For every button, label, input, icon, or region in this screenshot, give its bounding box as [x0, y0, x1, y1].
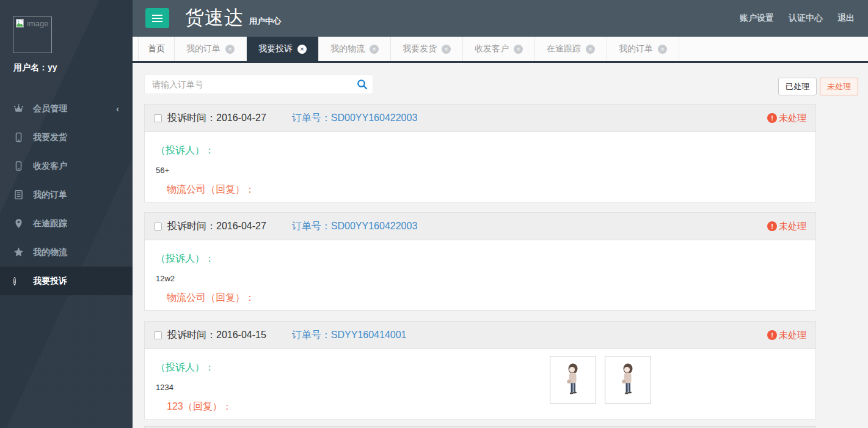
- girl-photo: [564, 363, 582, 396]
- complaint-content: 56+: [156, 166, 804, 175]
- complaint-card-header: 投诉时间：2016-04-15 订单号：SDYY160414001 ! 未处理: [145, 322, 815, 349]
- close-icon[interactable]: ×: [225, 45, 235, 54]
- sidebar-item-complaints[interactable]: ! 我要投诉: [0, 267, 133, 295]
- close-icon[interactable]: ×: [297, 45, 307, 54]
- complaint-time: 投诉时间：2016-04-27: [167, 112, 266, 125]
- tab-customers[interactable]: 收发客户 ×: [463, 37, 535, 61]
- complaint-card: 投诉时间：2016-04-27 订单号：SD00YY160422003 ! 未处…: [144, 104, 816, 202]
- tab-home[interactable]: 首页: [138, 37, 175, 61]
- sidebar-item-member-management[interactable]: 会员管理 ‹: [0, 94, 133, 123]
- app-subtitle: 用户中心: [249, 16, 281, 27]
- complaint-checkbox[interactable]: [154, 331, 162, 339]
- complaint-card-header: 投诉时间：2016-04-27 订单号：SD00YY160422003 ! 未处…: [145, 213, 815, 240]
- exclamation-icon: !: [767, 330, 777, 340]
- tab-complaints[interactable]: 我要投诉 ×: [247, 37, 319, 61]
- complaint-checkbox[interactable]: [154, 223, 162, 231]
- reply-label: 物流公司（回复）：: [167, 183, 804, 196]
- girl-photo: [619, 363, 637, 396]
- status-badge: ! 未处理: [767, 113, 806, 124]
- close-icon[interactable]: ×: [514, 45, 523, 54]
- complaint-card-header: 投诉时间：2016-04-27 订单号：SD00YY160422003 ! 未处…: [145, 105, 815, 132]
- complainant-label: （投诉人）：: [156, 144, 804, 157]
- phone-icon: [13, 161, 24, 171]
- sidebar-item-label: 我的物流: [33, 247, 67, 258]
- order-number-link[interactable]: 订单号：SD00YY160422003: [292, 112, 417, 125]
- reply-label: 物流公司（回复）：: [167, 292, 804, 304]
- tab-ship-goods[interactable]: 我要发货 ×: [391, 37, 463, 61]
- location-icon: [13, 218, 24, 229]
- complaint-card-body: （投诉人）： 56+ 物流公司（回复）：: [145, 132, 815, 202]
- sidebar-item-label: 会员管理: [33, 103, 67, 114]
- complainant-label: （投诉人）：: [156, 361, 804, 374]
- complaint-content: 12w2: [156, 274, 804, 283]
- top-header: 货速达 用户中心 账户设置 认证中心 退出: [133, 0, 868, 37]
- order-number-link[interactable]: 订单号：SD00YY160422003: [292, 220, 417, 233]
- username-label: 用户名：yy: [13, 62, 57, 73]
- complaint-checkbox[interactable]: [154, 114, 162, 122]
- complaint-card: 投诉时间：2016-04-27 订单号：SD00YY160422003 ! 未处…: [144, 212, 816, 311]
- document-icon: [13, 190, 24, 200]
- reply-label: 123（回复）：: [167, 400, 804, 413]
- status-badge: ! 未处理: [767, 221, 806, 232]
- sidebar-item-my-orders[interactable]: 我的订单: [0, 180, 133, 209]
- sidebar-item-label: 我的订单: [33, 190, 67, 201]
- certification-center-link[interactable]: 认证中心: [781, 13, 830, 24]
- sidebar-item-my-logistics[interactable]: 我的物流: [0, 238, 133, 267]
- complaint-card-body: （投诉人）： 1234 123（回复）：: [145, 349, 815, 419]
- crown-icon: [13, 103, 24, 114]
- user-center-app: image 用户名：yy 会员管理 ‹ 我要发货: [0, 0, 868, 428]
- sidebar: image 用户名：yy 会员管理 ‹ 我要发货: [0, 0, 133, 428]
- girl-photo-thumbnail[interactable]: [605, 356, 651, 404]
- close-icon[interactable]: ×: [658, 45, 667, 54]
- logout-link[interactable]: 退出: [830, 13, 862, 24]
- tab-my-logistics[interactable]: 我的物流 ×: [319, 37, 391, 61]
- girl-photo-thumbnail[interactable]: [550, 356, 596, 404]
- header-links: 账户设置 认证中心 退出: [732, 0, 862, 37]
- hamburger-menu-icon[interactable]: [145, 8, 169, 28]
- close-icon[interactable]: ×: [370, 45, 379, 54]
- app-title: 货速达: [185, 5, 244, 31]
- close-icon[interactable]: ×: [442, 45, 451, 54]
- broken-image-icon: [16, 19, 26, 28]
- status-badge: ! 未处理: [767, 330, 806, 341]
- complaint-card: 投诉时间：2016-04-15 订单号：SDYY160414001 ! 未处理 …: [144, 321, 816, 419]
- complaint-content: 1234: [156, 383, 804, 392]
- avatar-alt-text: image: [27, 19, 48, 28]
- complaint-time: 投诉时间：2016-04-15: [167, 329, 266, 342]
- complaint-card-body: （投诉人）： 12w2 物流公司（回复）：: [145, 240, 815, 311]
- main-content: 已处理 未处理 投诉时间：2016-04-27 订单号：SD00YY160422…: [133, 63, 868, 428]
- close-icon[interactable]: ×: [586, 45, 595, 54]
- sidebar-item-ship-goods[interactable]: 我要发货: [0, 123, 133, 152]
- filter-unprocessed-button[interactable]: 未处理: [820, 78, 858, 95]
- sidebar-menu: 会员管理 ‹ 我要发货 收发客户 我的订单: [0, 94, 133, 295]
- avatar: image: [13, 17, 52, 53]
- phone-icon: [13, 132, 24, 142]
- exclamation-icon: !: [767, 113, 777, 123]
- tab-my-orders[interactable]: 我的订单 ×: [175, 37, 247, 61]
- complainant-label: （投诉人）：: [156, 253, 804, 265]
- filter-processed-button[interactable]: 已处理: [778, 78, 817, 95]
- attachment-thumbnails: [550, 356, 651, 404]
- account-settings-link[interactable]: 账户设置: [732, 13, 781, 24]
- exclamation-icon: !: [767, 221, 777, 231]
- exclamation-icon: !: [13, 276, 24, 286]
- brand: 货速达 用户中心: [185, 5, 281, 31]
- sidebar-item-tracking[interactable]: 在途跟踪: [0, 209, 133, 238]
- tab-my-orders-2[interactable]: 我的订单 ×: [607, 37, 679, 61]
- complaint-time: 投诉时间：2016-04-27: [167, 220, 266, 233]
- chevron-left-icon: ‹: [116, 103, 119, 114]
- search-input[interactable]: [144, 75, 373, 94]
- sidebar-item-label: 在途跟踪: [33, 218, 67, 229]
- star-icon: [13, 247, 24, 257]
- sidebar-item-customers[interactable]: 收发客户: [0, 152, 133, 180]
- sidebar-item-label: 我要投诉: [33, 276, 67, 287]
- sidebar-item-label: 收发客户: [33, 161, 67, 172]
- user-profile: image 用户名：yy: [0, 0, 133, 94]
- order-number-link[interactable]: 订单号：SDYY160414001: [292, 329, 407, 342]
- order-search: [144, 75, 373, 94]
- tab-tracking[interactable]: 在途跟踪 ×: [535, 37, 607, 61]
- tab-bar: 首页 我的订单 × 我要投诉 × 我的物流 × 我要发货 × 收发客户 × 在途…: [133, 37, 868, 63]
- search-icon[interactable]: [357, 79, 368, 92]
- sidebar-item-label: 我要发货: [33, 132, 67, 143]
